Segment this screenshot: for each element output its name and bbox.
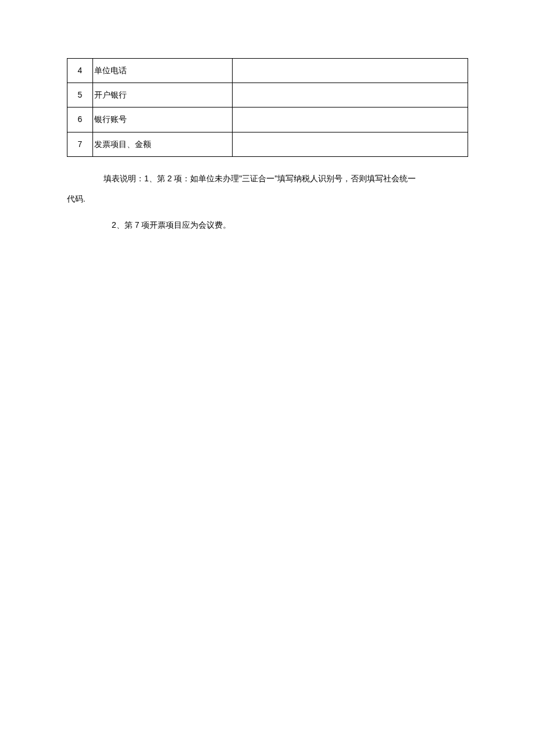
row-number: 4 xyxy=(67,59,93,83)
row-label: 开户银行 xyxy=(93,83,233,108)
document-page: 4 单位电话 5 开户银行 6 银行账号 7 发票项目、金额 填表说明：1、第 … xyxy=(0,0,535,235)
row-value xyxy=(233,59,468,83)
row-label: 单位电话 xyxy=(93,59,233,83)
row-number: 6 xyxy=(67,108,93,132)
notes-section: 填表说明：1、第 2 项：如单位未办理"三证合一"填写纳税人识别号，否则填写社会… xyxy=(67,169,468,235)
row-value xyxy=(233,132,468,156)
row-label: 发票项目、金额 xyxy=(93,132,233,156)
table-row: 5 开户银行 xyxy=(67,83,468,108)
row-label: 银行账号 xyxy=(93,108,233,132)
row-value xyxy=(233,108,468,132)
row-value xyxy=(233,83,468,108)
table-row: 4 单位电话 xyxy=(67,59,468,83)
row-number: 7 xyxy=(67,132,93,156)
table-row: 7 发票项目、金额 xyxy=(67,132,468,156)
note-line: 代码. xyxy=(67,189,468,209)
row-number: 5 xyxy=(67,83,93,108)
note-line: 2、第 7 项开票项目应为会议费。 xyxy=(67,215,468,235)
table-row: 6 银行账号 xyxy=(67,108,468,132)
form-table: 4 单位电话 5 开户银行 6 银行账号 7 发票项目、金额 xyxy=(67,58,468,157)
note-line: 填表说明：1、第 2 项：如单位未办理"三证合一"填写纳税人识别号，否则填写社会… xyxy=(67,169,468,189)
